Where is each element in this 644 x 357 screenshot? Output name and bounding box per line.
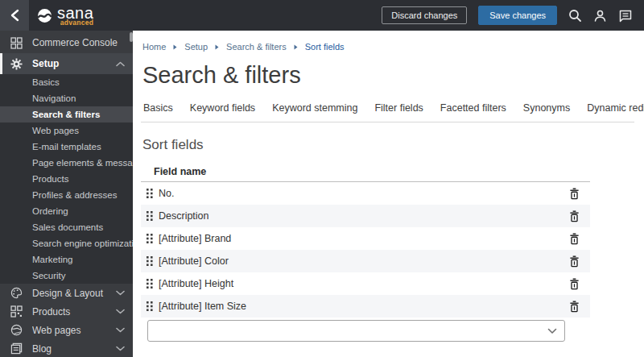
sidebar-item-products[interactable]: Products [0, 302, 133, 321]
sort-fields-table: Field name No. Description [Attribute] B… [141, 162, 590, 342]
sidebar-item-web-pages[interactable]: Web pages [0, 321, 133, 339]
palette-icon [10, 287, 23, 300]
tab-bar: Basics Keyword fields Keyword stemming F… [141, 102, 634, 122]
sidebar-subitem-seo[interactable]: Search engine optimization [0, 235, 133, 251]
dashboard-icon [10, 36, 23, 49]
sort-field-name: No. [159, 188, 569, 199]
tab-facetted-filters[interactable]: Facetted filters [440, 102, 507, 122]
select-chevron-icon [547, 328, 557, 334]
add-sort-field-select[interactable] [147, 320, 565, 342]
feedback-icon[interactable] [618, 9, 633, 23]
sidebar-item-design-layout[interactable]: Design & Layout [0, 284, 133, 302]
breadcrumb-search-filters[interactable]: Search & filters [226, 42, 287, 52]
sort-field-name: [Attribute] Height [159, 278, 569, 289]
sidebar-item-label: Commerce Console [32, 37, 125, 48]
sidebar-subitem-navigation[interactable]: Navigation [0, 90, 133, 106]
sidebar-item-label: Design & Layout [32, 288, 116, 299]
drag-handle-icon[interactable] [145, 210, 155, 222]
sidebar-subitem-products[interactable]: Products [0, 171, 133, 187]
brand-text: sana advanced [57, 5, 93, 27]
sidebar-subitem-basics[interactable]: Basics [0, 74, 133, 90]
column-header-field-name: Field name [141, 162, 590, 182]
breadcrumb: Home Setup Search & filters Sort fields [141, 42, 634, 52]
chevron-down-icon [116, 290, 125, 296]
globe-icon [10, 324, 23, 337]
header-actions: Discard changes Save changes [382, 6, 644, 25]
main-content: Home Setup Search & filters Sort fields … [133, 31, 644, 357]
sidebar-subitem-security[interactable]: Security [0, 268, 133, 284]
drag-handle-icon[interactable] [145, 255, 155, 268]
sidebar-item-setup[interactable]: Setup [0, 53, 133, 74]
section-heading: Sort fields [141, 137, 634, 153]
back-chevron-icon [10, 9, 19, 22]
drag-handle-icon[interactable] [145, 187, 155, 200]
breadcrumb-home[interactable]: Home [142, 42, 166, 52]
page-title: Search & filters [141, 62, 634, 89]
sidebar-subitem-sales-documents[interactable]: Sales documents [0, 219, 133, 235]
top-header: sana advanced Discard changes Save chang… [0, 0, 644, 31]
breadcrumb-separator-icon [173, 44, 177, 50]
sort-field-name: [Attribute] Item Size [159, 301, 569, 312]
search-icon[interactable] [568, 9, 582, 23]
breadcrumb-sort-fields[interactable]: Sort fields [305, 42, 345, 52]
table-row: [Attribute] Color [141, 250, 590, 272]
back-button[interactable] [0, 0, 29, 31]
drag-handle-icon[interactable] [145, 232, 155, 245]
drag-handle-icon[interactable] [145, 277, 155, 290]
save-changes-button[interactable]: Save changes [478, 6, 557, 25]
sidebar-subitem-search-filters[interactable]: Search & filters [0, 106, 133, 122]
sort-field-name: [Attribute] Brand [159, 233, 569, 244]
sidebar-subitem-marketing[interactable]: Marketing [0, 251, 133, 268]
delete-icon[interactable] [569, 233, 580, 245]
delete-icon[interactable] [569, 301, 580, 313]
brand-logo: sana advanced [37, 5, 93, 27]
sidebar-item-label: Products [32, 306, 116, 318]
drag-handle-icon[interactable] [145, 300, 155, 313]
table-row: [Attribute] Height [141, 272, 590, 295]
tab-basics[interactable]: Basics [142, 102, 174, 122]
delete-icon[interactable] [569, 210, 580, 222]
delete-icon[interactable] [569, 188, 580, 200]
app-root: sana advanced Discard changes Save chang… [0, 0, 644, 357]
table-row: Description [141, 205, 590, 227]
sidebar-item-commerce-console[interactable]: Commerce Console [0, 32, 133, 53]
sidebar-subitem-profiles-addresses[interactable]: Profiles & addresses [0, 187, 133, 203]
discard-changes-button[interactable]: Discard changes [382, 6, 467, 24]
sidebar-item-label: Setup [32, 58, 116, 69]
setup-submenu: Basics Navigation Search & filters Web p… [0, 74, 133, 284]
sidebar-item-label: Web pages [32, 325, 116, 336]
breadcrumb-setup[interactable]: Setup [184, 42, 208, 52]
chevron-up-icon [116, 61, 125, 67]
tab-dynamic-redirects[interactable]: Dynamic redirects [586, 102, 644, 122]
tab-keyword-stemming[interactable]: Keyword stemming [271, 102, 358, 122]
sidebar-subitem-web-pages[interactable]: Web pages [0, 122, 133, 139]
breadcrumb-separator-icon [294, 44, 298, 50]
catalog-grid-icon [10, 305, 23, 318]
chevron-down-icon [116, 309, 125, 314]
sidebar-item-blog[interactable]: Blog [0, 339, 133, 357]
breadcrumb-separator-icon [215, 44, 219, 50]
brand-edition: advanced [60, 19, 94, 27]
sidebar: Commerce Console Setup Basics Navigation… [0, 31, 133, 357]
sort-field-name: [Attribute] Color [159, 255, 569, 267]
tab-keyword-fields[interactable]: Keyword fields [189, 102, 256, 122]
delete-icon[interactable] [569, 255, 580, 268]
table-row: No. [141, 182, 590, 205]
chevron-down-icon [116, 346, 125, 351]
sidebar-subitem-email-templates[interactable]: E-mail templates [0, 139, 133, 155]
chevron-down-icon [116, 327, 125, 333]
user-icon[interactable] [593, 9, 607, 23]
delete-icon[interactable] [569, 278, 580, 290]
sana-logo-icon [37, 8, 52, 23]
gear-icon [10, 57, 23, 70]
table-row: [Attribute] Item Size [141, 295, 590, 318]
tab-synonyms[interactable]: Synonyms [522, 102, 571, 122]
sidebar-subitem-ordering[interactable]: Ordering [0, 203, 133, 219]
sidebar-subitem-page-elements[interactable]: Page elements & messages [0, 155, 133, 171]
blog-icon [10, 342, 23, 355]
table-row: [Attribute] Brand [141, 227, 590, 250]
sidebar-item-label: Blog [32, 343, 116, 355]
tab-filter-fields[interactable]: Filter fields [374, 102, 423, 122]
sort-field-name: Description [159, 210, 569, 222]
